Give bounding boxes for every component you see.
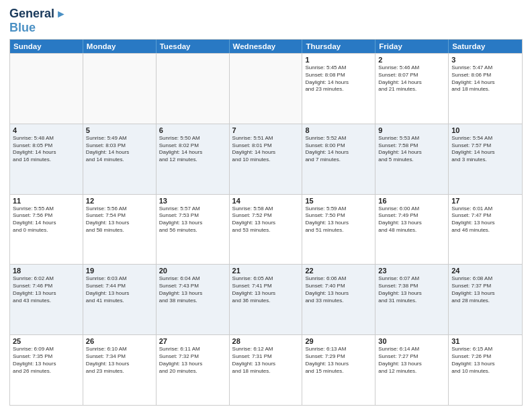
cal-cell-1: 1Sunrise: 5:45 AM Sunset: 8:08 PM Daylig…: [302, 54, 375, 124]
cal-cell-12: 12Sunrise: 5:56 AM Sunset: 7:54 PM Dayli…: [83, 195, 157, 265]
cal-cell-17: 17Sunrise: 6:01 AM Sunset: 7:47 PM Dayli…: [449, 195, 522, 265]
day-info: Sunrise: 5:56 AM Sunset: 7:54 PM Dayligh…: [86, 205, 153, 234]
day-info: Sunrise: 5:53 AM Sunset: 7:58 PM Dayligh…: [378, 135, 445, 164]
cal-cell-6: 6Sunrise: 5:50 AM Sunset: 8:02 PM Daylig…: [157, 124, 230, 194]
day-info: Sunrise: 6:00 AM Sunset: 7:49 PM Dayligh…: [378, 205, 445, 234]
cal-cell-31: 31Sunrise: 6:15 AM Sunset: 7:26 PM Dayli…: [449, 335, 522, 405]
cal-cell-empty-0-1: [83, 54, 157, 124]
day-number: 9: [378, 126, 445, 134]
cal-cell-15: 15Sunrise: 5:59 AM Sunset: 7:50 PM Dayli…: [302, 195, 375, 265]
cal-cell-empty-0-2: [157, 54, 230, 124]
day-number: 12: [86, 197, 153, 205]
day-info: Sunrise: 5:57 AM Sunset: 7:53 PM Dayligh…: [159, 205, 226, 234]
day-number: 21: [232, 267, 300, 275]
logo-general-text: General: [9, 7, 54, 21]
cal-header-wednesday: Wednesday: [230, 40, 303, 53]
cal-cell-28: 28Sunrise: 6:12 AM Sunset: 7:31 PM Dayli…: [230, 335, 303, 405]
day-info: Sunrise: 5:54 AM Sunset: 7:57 PM Dayligh…: [451, 135, 519, 164]
day-info: Sunrise: 5:52 AM Sunset: 8:00 PM Dayligh…: [305, 135, 372, 164]
cal-cell-14: 14Sunrise: 5:58 AM Sunset: 7:52 PM Dayli…: [230, 195, 303, 265]
day-number: 22: [305, 267, 372, 275]
cal-cell-9: 9Sunrise: 5:53 AM Sunset: 7:58 PM Daylig…: [375, 124, 449, 194]
day-info: Sunrise: 6:05 AM Sunset: 7:41 PM Dayligh…: [232, 275, 300, 304]
day-info: Sunrise: 6:08 AM Sunset: 7:37 PM Dayligh…: [451, 275, 519, 304]
day-number: 5: [86, 126, 153, 134]
day-info: Sunrise: 6:14 AM Sunset: 7:27 PM Dayligh…: [378, 346, 445, 375]
calendar: SundayMondayTuesdayWednesdayThursdayFrid…: [9, 39, 523, 406]
cal-cell-13: 13Sunrise: 5:57 AM Sunset: 7:53 PM Dayli…: [157, 195, 230, 265]
day-info: Sunrise: 6:15 AM Sunset: 7:26 PM Dayligh…: [451, 346, 519, 375]
day-number: 27: [159, 337, 226, 345]
day-number: 23: [378, 267, 445, 275]
cal-cell-8: 8Sunrise: 5:52 AM Sunset: 8:00 PM Daylig…: [302, 124, 375, 194]
day-number: 7: [232, 126, 300, 134]
day-info: Sunrise: 5:58 AM Sunset: 7:52 PM Dayligh…: [232, 205, 300, 234]
day-number: 29: [305, 337, 372, 345]
day-number: 13: [159, 197, 226, 205]
cal-cell-22: 22Sunrise: 6:06 AM Sunset: 7:40 PM Dayli…: [302, 265, 375, 334]
cal-header-sunday: Sunday: [10, 40, 83, 53]
day-number: 19: [86, 267, 153, 275]
cal-cell-16: 16Sunrise: 6:00 AM Sunset: 7:49 PM Dayli…: [375, 195, 449, 265]
cal-header-monday: Monday: [83, 40, 157, 53]
cal-row-1: 4Sunrise: 5:48 AM Sunset: 8:05 PM Daylig…: [10, 124, 522, 194]
day-info: Sunrise: 6:12 AM Sunset: 7:31 PM Dayligh…: [232, 346, 300, 375]
day-number: 30: [378, 337, 445, 345]
day-number: 31: [451, 337, 519, 345]
day-info: Sunrise: 6:10 AM Sunset: 7:34 PM Dayligh…: [86, 346, 153, 375]
cal-cell-7: 7Sunrise: 5:51 AM Sunset: 8:01 PM Daylig…: [230, 124, 303, 194]
day-info: Sunrise: 5:46 AM Sunset: 8:07 PM Dayligh…: [378, 64, 445, 93]
day-info: Sunrise: 5:59 AM Sunset: 7:50 PM Dayligh…: [305, 205, 372, 234]
day-number: 3: [451, 56, 519, 64]
day-number: 6: [159, 126, 226, 134]
cal-cell-23: 23Sunrise: 6:07 AM Sunset: 7:38 PM Dayli…: [375, 265, 449, 334]
cal-header-tuesday: Tuesday: [157, 40, 230, 53]
cal-row-4: 25Sunrise: 6:09 AM Sunset: 7:35 PM Dayli…: [10, 334, 522, 405]
cal-cell-19: 19Sunrise: 6:03 AM Sunset: 7:44 PM Dayli…: [83, 265, 157, 334]
cal-cell-25: 25Sunrise: 6:09 AM Sunset: 7:35 PM Dayli…: [10, 335, 83, 405]
header: General ► Blue: [9, 7, 523, 35]
day-info: Sunrise: 6:09 AM Sunset: 7:35 PM Dayligh…: [13, 346, 80, 375]
day-info: Sunrise: 6:01 AM Sunset: 7:47 PM Dayligh…: [451, 205, 519, 234]
day-number: 16: [378, 197, 445, 205]
day-info: Sunrise: 5:45 AM Sunset: 8:08 PM Dayligh…: [305, 64, 372, 93]
day-info: Sunrise: 5:55 AM Sunset: 7:56 PM Dayligh…: [13, 205, 80, 234]
day-number: 20: [159, 267, 226, 275]
cal-cell-20: 20Sunrise: 6:04 AM Sunset: 7:43 PM Dayli…: [157, 265, 230, 334]
day-info: Sunrise: 6:11 AM Sunset: 7:32 PM Dayligh…: [159, 346, 226, 375]
day-number: 17: [451, 197, 519, 205]
day-number: 26: [86, 337, 153, 345]
day-info: Sunrise: 6:03 AM Sunset: 7:44 PM Dayligh…: [86, 275, 153, 304]
cal-row-2: 11Sunrise: 5:55 AM Sunset: 7:56 PM Dayli…: [10, 194, 522, 265]
day-number: 18: [13, 267, 80, 275]
day-number: 2: [378, 56, 445, 64]
day-number: 25: [13, 337, 80, 345]
day-info: Sunrise: 6:13 AM Sunset: 7:29 PM Dayligh…: [305, 346, 372, 375]
day-number: 10: [451, 126, 519, 134]
cal-cell-27: 27Sunrise: 6:11 AM Sunset: 7:32 PM Dayli…: [157, 335, 230, 405]
cal-cell-11: 11Sunrise: 5:55 AM Sunset: 7:56 PM Dayli…: [10, 195, 83, 265]
cal-header-friday: Friday: [375, 40, 449, 53]
cal-cell-30: 30Sunrise: 6:14 AM Sunset: 7:27 PM Dayli…: [375, 335, 449, 405]
day-info: Sunrise: 5:47 AM Sunset: 8:06 PM Dayligh…: [451, 64, 519, 93]
day-number: 15: [305, 197, 372, 205]
day-info: Sunrise: 5:49 AM Sunset: 8:03 PM Dayligh…: [86, 135, 153, 164]
calendar-body: 1Sunrise: 5:45 AM Sunset: 8:08 PM Daylig…: [10, 53, 522, 405]
cal-cell-29: 29Sunrise: 6:13 AM Sunset: 7:29 PM Dayli…: [302, 335, 375, 405]
day-info: Sunrise: 6:07 AM Sunset: 7:38 PM Dayligh…: [378, 275, 445, 304]
cal-cell-26: 26Sunrise: 6:10 AM Sunset: 7:34 PM Dayli…: [83, 335, 157, 405]
cal-cell-18: 18Sunrise: 6:02 AM Sunset: 7:46 PM Dayli…: [10, 265, 83, 334]
cal-cell-10: 10Sunrise: 5:54 AM Sunset: 7:57 PM Dayli…: [449, 124, 522, 194]
day-number: 1: [305, 56, 372, 64]
day-info: Sunrise: 6:04 AM Sunset: 7:43 PM Dayligh…: [159, 275, 226, 304]
cal-cell-empty-0-3: [230, 54, 303, 124]
cal-row-0: 1Sunrise: 5:45 AM Sunset: 8:08 PM Daylig…: [10, 53, 522, 124]
cal-cell-2: 2Sunrise: 5:46 AM Sunset: 8:07 PM Daylig…: [375, 54, 449, 124]
calendar-header-row: SundayMondayTuesdayWednesdayThursdayFrid…: [10, 40, 522, 53]
logo-blue-text: Blue: [9, 21, 36, 35]
day-info: Sunrise: 6:06 AM Sunset: 7:40 PM Dayligh…: [305, 275, 372, 304]
day-info: Sunrise: 5:50 AM Sunset: 8:02 PM Dayligh…: [159, 135, 226, 164]
day-number: 11: [13, 197, 80, 205]
cal-cell-21: 21Sunrise: 6:05 AM Sunset: 7:41 PM Dayli…: [230, 265, 303, 334]
logo: General ► Blue: [9, 7, 66, 35]
